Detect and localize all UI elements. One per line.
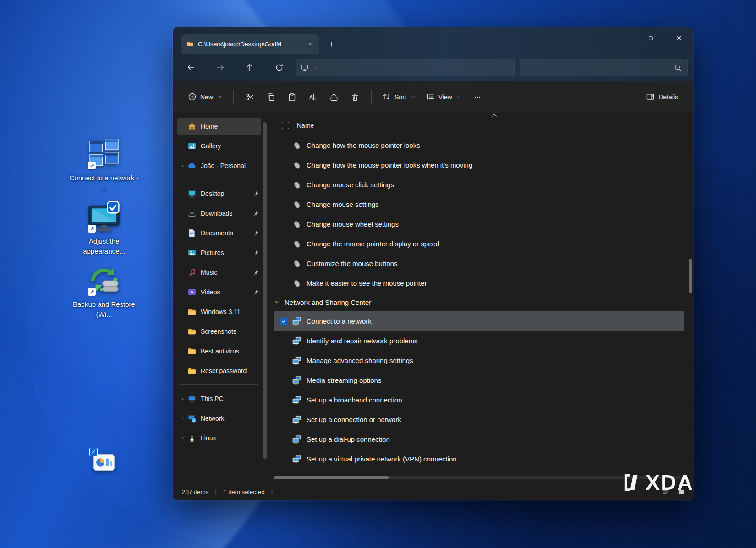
sidebar-item[interactable]: Documents xyxy=(177,224,261,242)
up-button[interactable] xyxy=(241,59,259,76)
search-box[interactable] xyxy=(520,59,688,76)
copy-button[interactable] xyxy=(260,87,281,107)
close-window-button[interactable] xyxy=(665,27,693,49)
file-list-item[interactable]: Change mouse click settings xyxy=(274,175,684,195)
row-checkbox-slot xyxy=(280,142,292,149)
refresh-icon xyxy=(275,63,284,72)
copy-icon xyxy=(266,92,275,102)
sidebar-item[interactable]: Network xyxy=(177,410,261,427)
file-list-item-label: Set up a virtual private network (VPN) c… xyxy=(307,455,457,463)
file-list-item[interactable]: Change how the mouse pointer looks xyxy=(274,136,684,155)
more-options-button[interactable] xyxy=(467,87,488,107)
maximize-button[interactable] xyxy=(636,27,665,49)
sidebar-item[interactable]: Reset password xyxy=(177,362,261,380)
sidebar-item[interactable]: Downloads xyxy=(177,205,261,222)
details-pane-icon xyxy=(646,92,655,101)
rename-icon xyxy=(308,92,318,102)
address-bar[interactable] xyxy=(296,59,515,76)
details-button[interactable]: Details xyxy=(641,88,683,105)
new-tab-button[interactable] xyxy=(324,37,339,51)
horizontal-scrollbar-thumb[interactable] xyxy=(274,476,389,479)
toolbar-separator xyxy=(371,90,372,104)
desktop-shortcut[interactable]: ✓ ↗ Connect to a network - ... xyxy=(67,136,141,193)
row-checkbox-slot xyxy=(280,260,292,267)
view-button[interactable]: View xyxy=(421,88,467,105)
chevron-right-icon[interactable] xyxy=(312,65,318,71)
sort-button[interactable]: Sort xyxy=(377,88,421,105)
sidebar-item[interactable]: Gallery xyxy=(177,137,261,155)
tab-close-button[interactable] xyxy=(305,38,316,49)
paste-button[interactable] xyxy=(281,87,302,107)
sidebar-divider xyxy=(179,179,258,179)
desktop-shortcut[interactable]: ✓ ↗ Backup and Restore (Wi... xyxy=(67,263,141,320)
chevron-right-icon[interactable] xyxy=(179,396,186,402)
file-list-item[interactable]: Set up a dial-up connection xyxy=(274,429,684,449)
explorer-tab[interactable]: C:\Users\joaoc\Desktop\GodM xyxy=(181,34,319,54)
file-list-item[interactable]: Change mouse wheel settings xyxy=(274,214,684,234)
sidebar-item[interactable]: Screenshots xyxy=(177,323,261,340)
forward-arrow-icon xyxy=(216,63,225,72)
file-list-item[interactable]: Change mouse settings xyxy=(274,195,684,214)
chevron-right-icon[interactable] xyxy=(179,435,186,441)
file-list-item-label: Change mouse click settings xyxy=(307,181,394,189)
mouse-icon xyxy=(292,220,301,229)
chevron-right-icon[interactable] xyxy=(179,416,186,421)
desktop-shortcut[interactable]: ✓ ↗ xyxy=(86,450,122,478)
vertical-scrollbar[interactable] xyxy=(689,259,692,293)
refresh-button[interactable] xyxy=(270,59,288,76)
group-header[interactable]: Network and Sharing Center xyxy=(274,293,685,311)
file-list-item[interactable]: Customize the mouse buttons xyxy=(274,254,684,273)
share-button[interactable] xyxy=(323,87,345,107)
sidebar-item[interactable]: Desktop xyxy=(177,185,261,202)
cut-button[interactable] xyxy=(239,87,260,107)
forward-button[interactable] xyxy=(211,59,230,76)
file-list-item[interactable]: Set up a virtual private network (VPN) c… xyxy=(274,449,684,469)
search-input[interactable] xyxy=(526,59,674,76)
desktop-location-icon xyxy=(301,63,309,71)
file-list-item[interactable]: Change the mouse pointer display or spee… xyxy=(274,234,684,254)
delete-button[interactable] xyxy=(345,87,366,107)
horizontal-scrollbar[interactable] xyxy=(274,476,681,479)
file-list-item[interactable]: Connect to a network xyxy=(274,311,684,331)
minimize-button[interactable] xyxy=(608,27,636,49)
sidebar-item[interactable]: Videos xyxy=(177,283,261,301)
shortcut-arrow-icon: ↗ xyxy=(88,162,96,169)
pin-icon xyxy=(252,210,259,217)
name-column-header[interactable]: Name xyxy=(297,122,314,129)
new-button[interactable]: New xyxy=(183,88,228,105)
file-list-item[interactable]: Set up a connection or network xyxy=(274,410,684,429)
select-all-checkbox[interactable] xyxy=(282,122,289,129)
file-list-item[interactable]: Media streaming options xyxy=(274,370,684,390)
rename-button[interactable] xyxy=(302,87,323,107)
file-list-item[interactable]: Change how the mouse pointer looks when … xyxy=(274,155,684,175)
selected-checkbox[interactable]: ✓ xyxy=(89,448,98,456)
netitem-icon xyxy=(292,415,301,424)
chevron-right-icon[interactable] xyxy=(179,163,186,168)
sidebar-item[interactable]: This PC xyxy=(177,390,261,407)
xda-watermark: XDA xyxy=(623,470,694,495)
share-icon xyxy=(329,92,339,102)
desktop-shortcut[interactable]: ✓ ↗ Adjust the appearance... xyxy=(67,200,141,256)
sidebar-item[interactable]: Best antivirus xyxy=(177,342,261,360)
sidebar-item[interactable]: Home xyxy=(177,118,261,135)
network-items-group: Connect to a network Identify and repair… xyxy=(274,311,685,469)
sidebar-item[interactable]: Linux xyxy=(177,429,261,447)
chevron-down-icon xyxy=(410,94,416,100)
file-list-item[interactable]: Set up a broadband connection xyxy=(274,390,684,410)
sidebar-item[interactable]: Windows 3.11 xyxy=(177,303,261,320)
sidebar-item[interactable]: Pictures xyxy=(177,244,261,261)
file-list-item[interactable]: Make it easier to see the mouse pointer xyxy=(274,273,684,293)
navigation-bar xyxy=(173,54,693,81)
sidebar-item[interactable]: Music xyxy=(177,264,261,281)
home-icon xyxy=(187,122,197,131)
file-list-item[interactable]: Identify and repair network problems xyxy=(274,331,684,351)
plus-icon xyxy=(328,41,335,48)
item-checkbox[interactable] xyxy=(280,318,287,325)
chevron-down-icon[interactable] xyxy=(274,299,280,305)
downloads-icon xyxy=(187,209,197,218)
sort-ascending-caret-icon[interactable] xyxy=(491,113,498,117)
file-list-item[interactable]: Manage advanced sharing settings xyxy=(274,351,684,370)
back-button[interactable] xyxy=(182,59,200,76)
sidebar-item[interactable]: João - Personal xyxy=(177,157,261,174)
pin-icon xyxy=(252,289,259,296)
